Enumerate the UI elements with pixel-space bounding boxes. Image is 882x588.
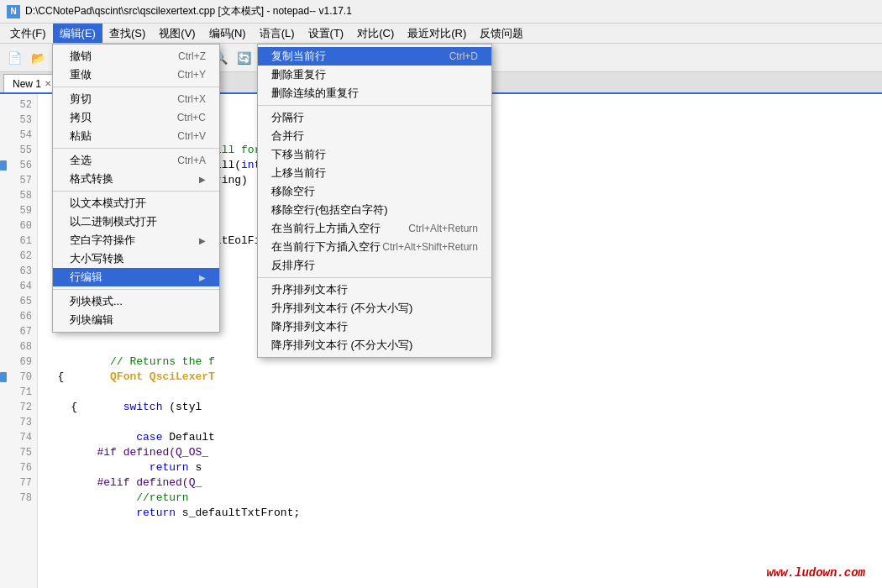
submenu-joinline[interactable]: 合并行: [258, 127, 491, 145]
menu-edit[interactable]: 编辑(E): [53, 24, 102, 43]
submenu-insertabove[interactable]: 在当前行上方插入空行 Ctrl+Alt+Return: [258, 219, 491, 238]
submenu-removecopy[interactable]: 删除重复行: [258, 66, 491, 84]
line-num-77: 77: [0, 475, 37, 491]
line-num-70: 70: [0, 370, 37, 385]
submenu-removeempty[interactable]: 移除空行: [258, 182, 491, 201]
window-title: D:\CCNotePad\qscint\src\qscilexertext.cp…: [25, 4, 352, 18]
line-num-58: 58: [0, 188, 37, 203]
submenu-sortdescnocase[interactable]: 降序排列文本行 (不分大小写): [258, 336, 491, 354]
line-num-68: 68: [0, 339, 37, 354]
menu-whitespace[interactable]: 空白字符操作 ▶: [53, 231, 219, 249]
menu-lineedit[interactable]: 行编辑 ▶: [53, 268, 219, 286]
submenu-sep-2: [258, 277, 491, 278]
title-bar: N D:\CCNotePad\qscint\src\qscilexertext.…: [0, 0, 882, 24]
menu-recentcompare[interactable]: 最近对比(R): [401, 24, 473, 43]
menu-case[interactable]: 大小写转换: [53, 249, 219, 268]
toolbar-open[interactable]: 📂: [27, 47, 49, 69]
line-num-54: 54: [0, 128, 37, 143]
submenu-moveup[interactable]: 上移当前行: [258, 164, 491, 182]
submenu-sortascnocase[interactable]: 升序排列文本行 (不分大小写): [258, 299, 491, 318]
submenu-removeemptyws[interactable]: 移除空行(包括空白字符): [258, 201, 491, 219]
line-num-65: 65: [0, 294, 37, 309]
line-num-62: 62: [0, 249, 37, 264]
menu-settings[interactable]: 设置(T): [302, 24, 351, 43]
dropdown-edit-menu: 撤销 Ctrl+Z 重做 Ctrl+Y 剪切 Ctrl+X 拷贝 Ctrl+C …: [52, 44, 220, 333]
submenu-movedown[interactable]: 下移当前行: [258, 145, 491, 164]
dropdown-sep-1: [53, 87, 219, 87]
submenu-copyline[interactable]: 复制当前行 Ctrl+D: [258, 47, 491, 66]
line-num-59: 59: [0, 203, 37, 218]
submenu-sortdesc[interactable]: 降序排列文本行: [258, 318, 491, 336]
submenu-line-edit: 复制当前行 Ctrl+D 删除重复行 删除连续的重复行 分隔行 合并行 下移当前…: [257, 44, 492, 358]
line-num-66: 66: [0, 309, 37, 324]
menu-file[interactable]: 文件(F): [3, 24, 53, 43]
line-num-73: 73: [0, 415, 37, 430]
line-num-57: 57: [0, 173, 37, 188]
tab-label: New 1: [13, 78, 41, 90]
submenu-sep-1: [258, 105, 491, 106]
line-num-52: 52: [0, 97, 37, 113]
line-num-72: 72: [0, 400, 37, 415]
dropdown-sep-3: [53, 191, 219, 192]
menu-undo[interactable]: 撤销 Ctrl+Z: [53, 47, 219, 66]
line-num-64: 64: [0, 279, 37, 294]
menu-feedback[interactable]: 反馈问题: [473, 24, 530, 43]
app-icon: N: [7, 5, 20, 18]
submenu-sortasc[interactable]: 升序排列文本行: [258, 281, 491, 299]
menu-openbinary[interactable]: 以二进制模式打开: [53, 213, 219, 231]
line-num-61: 61: [0, 234, 37, 249]
line-num-75: 75: [0, 445, 37, 460]
line-num-63: 63: [0, 264, 37, 279]
menu-opentext[interactable]: 以文本模式打开: [53, 194, 219, 213]
menu-columnblock[interactable]: 列块编辑: [53, 311, 219, 329]
tab-close-icon[interactable]: ✕: [45, 79, 51, 88]
menu-paste[interactable]: 粘贴 Ctrl+V: [53, 127, 219, 145]
menu-format[interactable]: 格式转换 ▶: [53, 170, 219, 188]
menu-redo[interactable]: 重做 Ctrl+Y: [53, 66, 219, 84]
menu-columnmode[interactable]: 列块模式...: [53, 292, 219, 311]
dropdown-sep-2: [53, 148, 219, 149]
line-num-53: 53: [0, 113, 37, 128]
line-num-67: 67: [0, 324, 37, 339]
line-numbers: 52 53 54 55 56 57 58 59 60 61 62 63 64 6…: [0, 94, 38, 588]
code-line-71: switch (styl: [45, 385, 875, 400]
line-num-60: 60: [0, 218, 37, 234]
menu-cut[interactable]: 剪切 Ctrl+X: [53, 90, 219, 108]
menu-copy[interactable]: 拷贝 Ctrl+C: [53, 108, 219, 127]
menu-compare[interactable]: 对比(C): [350, 24, 401, 43]
toolbar-new[interactable]: 📄: [3, 47, 25, 69]
menu-language[interactable]: 语言(L): [253, 24, 302, 43]
menu-view[interactable]: 视图(V): [152, 24, 202, 43]
line-num-78: 78: [0, 491, 37, 506]
code-line-73: case Default: [45, 415, 875, 430]
toolbar-replace[interactable]: 🔄: [233, 47, 255, 69]
menu-selectall[interactable]: 全选 Ctrl+A: [53, 151, 219, 170]
line-num-55: 55: [0, 143, 37, 158]
line-num-74: 74: [0, 430, 37, 445]
submenu-insertbelow[interactable]: 在当前行下方插入空行 Ctrl+Alt+Shift+Return: [258, 238, 491, 256]
line-num-76: 76: [0, 460, 37, 475]
submenu-splitline[interactable]: 分隔行: [258, 108, 491, 127]
submenu-reverse[interactable]: 反排序行: [258, 256, 491, 275]
line-num-56: 56: [0, 158, 37, 173]
menu-bar: 文件(F) 编辑(E) 查找(S) 视图(V) 编码(N) 语言(L) 设置(T…: [0, 24, 882, 44]
menu-search[interactable]: 查找(S): [102, 24, 152, 43]
menu-encode[interactable]: 编码(N): [202, 24, 253, 43]
line-num-69: 69: [0, 354, 37, 370]
submenu-removeconsecutivecopy[interactable]: 删除连续的重复行: [258, 84, 491, 102]
line-num-71: 71: [0, 385, 37, 400]
dropdown-sep-4: [53, 289, 219, 290]
